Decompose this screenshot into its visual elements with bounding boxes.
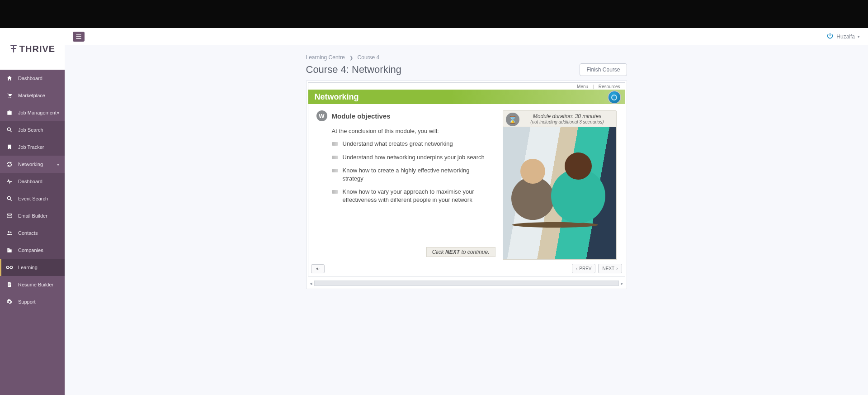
sidebar-item-label: Resume Builder	[18, 282, 53, 287]
player-banner: Networking	[308, 90, 625, 104]
home-icon	[5, 74, 14, 82]
refresh-icon	[5, 160, 14, 168]
mail-icon	[5, 212, 14, 220]
compass-icon[interactable]	[608, 90, 621, 104]
svg-point-6	[6, 266, 9, 268]
divider: |	[593, 84, 594, 89]
player-top-links: Menu | Resources	[308, 83, 625, 90]
finish-course-button[interactable]: Finish Course	[580, 63, 627, 76]
sidebar-item-label: Marketplace	[18, 93, 45, 98]
cart-icon	[5, 91, 14, 100]
user-name: Huzaifa	[836, 33, 855, 40]
hamburger-icon	[76, 34, 81, 39]
sidebar-item-label: Networking	[18, 162, 43, 167]
module-badge-icon: W	[316, 110, 327, 121]
duration-callout: ⌛ Module duration: 30 minutes (not inclu…	[503, 110, 617, 127]
course-player-frame: Menu | Resources Networking W Module obj…	[306, 81, 627, 289]
hourglass-icon: ⌛	[506, 113, 519, 126]
svg-point-1	[10, 97, 11, 98]
sidebar-item-resume-builder[interactable]: Resume Builder	[0, 276, 65, 293]
chevron-right-icon: ›	[616, 266, 618, 271]
brand-logo: THRIVE	[0, 28, 65, 70]
bookmark-icon	[5, 143, 14, 151]
sidebar-item-label: Companies	[18, 247, 43, 253]
doc-icon	[5, 281, 14, 289]
sidebar-item-job-management[interactable]: Job Management ▾	[0, 104, 65, 121]
sidebar-item-label: Job Search	[18, 127, 43, 133]
company-icon	[5, 246, 14, 254]
sidebar-item-networking-dashboard[interactable]: Dashboard	[0, 173, 65, 190]
svg-point-7	[10, 266, 12, 268]
sidebar-item-support[interactable]: Support	[0, 293, 65, 310]
sidebar-item-label: Contacts	[18, 230, 38, 236]
sidebar-item-networking[interactable]: Networking ▾	[0, 156, 65, 173]
scroll-left-icon[interactable]: ◂	[308, 281, 314, 286]
objective-item: Know how to vary your approach to maximi…	[332, 188, 492, 204]
player-banner-title: Networking	[315, 92, 359, 102]
duration-line-2: (not including additional 3 scenarios)	[523, 119, 612, 124]
topbar: Huzaifa ▾	[65, 28, 868, 45]
objectives-list: Understand what creates great networking…	[332, 140, 492, 204]
search-icon	[5, 126, 14, 134]
speaker-icon	[315, 267, 321, 271]
svg-point-4	[8, 231, 10, 233]
sidebar-item-label: Support	[18, 299, 36, 305]
chevron-right-icon: ❯	[349, 55, 353, 60]
breadcrumb: Learning Centre ❯ Course 4	[306, 54, 627, 61]
chevron-left-icon: ‹	[576, 266, 577, 271]
sidebar-item-label: Dashboard	[18, 179, 42, 184]
sidebar: THRIVE Dashboard Marketplace Job Managem…	[0, 28, 65, 395]
search-icon	[5, 195, 14, 203]
breadcrumb-root[interactable]: Learning Centre	[306, 54, 345, 61]
sidebar-toggle-button[interactable]	[73, 32, 85, 42]
next-button[interactable]: NEXT ›	[598, 264, 622, 273]
sidebar-item-email-builder[interactable]: Email Builder	[0, 207, 65, 224]
user-menu[interactable]: Huzaifa ▾	[826, 32, 860, 41]
player-menu-link[interactable]: Menu	[577, 84, 588, 89]
scroll-right-icon[interactable]: ▸	[619, 281, 625, 286]
scroll-track[interactable]	[314, 281, 619, 286]
sidebar-item-job-tracker[interactable]: Job Tracker	[0, 138, 65, 156]
module-title: Module objectives	[332, 112, 391, 120]
audio-toggle-button[interactable]	[311, 264, 325, 273]
sidebar-item-contacts[interactable]: Contacts	[0, 224, 65, 242]
module-photo	[503, 127, 617, 260]
learning-icon	[5, 263, 14, 271]
sidebar-item-companies[interactable]: Companies	[0, 242, 65, 259]
chevron-down-icon: ▾	[57, 162, 59, 167]
svg-point-3	[7, 196, 10, 200]
sidebar-item-job-search[interactable]: Job Search	[0, 121, 65, 138]
sidebar-nav: Dashboard Marketplace Job Management ▾	[0, 70, 65, 395]
sidebar-item-label: Job Tracker	[18, 144, 44, 150]
player-resources-link[interactable]: Resources	[599, 84, 620, 89]
objective-item: Understand what creates great networking	[332, 140, 492, 148]
people-icon	[5, 229, 14, 237]
sidebar-item-label: Event Search	[18, 196, 48, 201]
svg-point-0	[9, 97, 9, 98]
sidebar-item-label: Job Management	[18, 110, 57, 115]
svg-point-2	[7, 128, 10, 131]
sidebar-item-label: Dashboard	[18, 76, 42, 81]
pulse-icon	[5, 177, 14, 186]
sidebar-item-learning[interactable]: Learning	[0, 259, 65, 276]
prev-button[interactable]: ‹ PREV	[572, 264, 596, 273]
next-hint: Click NEXT to continue.	[426, 247, 495, 257]
objective-item: Know how to create a highly effective ne…	[332, 167, 492, 182]
horizontal-scrollbar[interactable]: ◂ ▸	[308, 279, 625, 287]
power-icon	[826, 32, 834, 41]
thrive-mark-icon	[9, 44, 18, 53]
sidebar-item-dashboard[interactable]: Dashboard	[0, 70, 65, 87]
sidebar-item-marketplace[interactable]: Marketplace	[0, 87, 65, 104]
sidebar-item-label: Learning	[18, 265, 38, 270]
module-intro: At the conclusion of this module, you wi…	[332, 128, 492, 134]
brand-text: THRIVE	[19, 44, 55, 54]
duration-line-1: Module duration: 30 minutes	[523, 113, 612, 119]
briefcase-icon	[5, 109, 14, 117]
cog-icon	[5, 298, 14, 306]
page-title: Course 4: Networking	[306, 64, 402, 76]
sidebar-item-event-search[interactable]: Event Search	[0, 190, 65, 207]
caret-down-icon: ▾	[858, 34, 860, 39]
sidebar-item-label: Email Builder	[18, 213, 47, 219]
objective-item: Understand how networking underpins your…	[332, 153, 492, 162]
svg-point-5	[10, 232, 11, 233]
